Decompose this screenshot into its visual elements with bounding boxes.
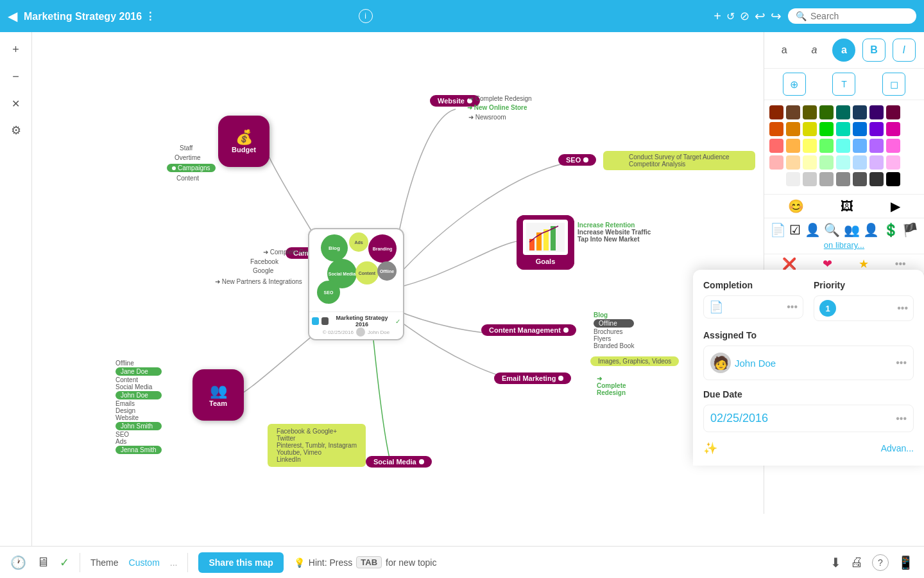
completion-value[interactable]: 📄 ••• (703, 295, 803, 319)
color-swatch[interactable] (819, 172, 834, 186)
color-swatch[interactable] (886, 122, 900, 136)
color-swatch[interactable] (786, 105, 800, 119)
refresh-button[interactable]: ↺ (726, 10, 735, 22)
font-normal-button[interactable]: a (773, 39, 796, 62)
advanced-button[interactable]: Advan... (881, 443, 914, 453)
emoji-button[interactable]: 😊 (788, 198, 804, 214)
priority-dots[interactable]: ••• (897, 302, 908, 314)
color-swatch[interactable] (886, 172, 900, 186)
font-italic-button[interactable]: a (803, 39, 826, 62)
color-swatch[interactable] (853, 139, 867, 153)
color-swatch[interactable] (836, 122, 850, 136)
color-swatch[interactable] (769, 172, 783, 186)
device-button[interactable]: 📱 (898, 555, 914, 570)
connect-button[interactable]: ✕ (5, 92, 27, 114)
print-button[interactable]: 🖨 (850, 555, 863, 570)
font-B-button[interactable]: B (862, 39, 886, 62)
font-I-button[interactable]: I (893, 39, 916, 62)
doc-icon[interactable]: 📄 (770, 222, 786, 238)
browse-library-link[interactable]: on library... (824, 240, 864, 250)
search-icon[interactable]: 🔍 (824, 222, 840, 238)
share-map-button[interactable]: Share this map (198, 552, 283, 573)
content-mgmt-node[interactable]: Content Management Blog Offline Brochure… (481, 324, 576, 336)
color-swatch[interactable] (886, 155, 900, 170)
color-swatch[interactable] (769, 122, 783, 136)
color-swatch[interactable] (869, 155, 884, 170)
color-swatch[interactable] (819, 155, 834, 170)
color-swatch[interactable] (769, 155, 783, 170)
search-input[interactable] (810, 11, 909, 21)
color-swatch[interactable] (836, 155, 850, 170)
zoom-out-button[interactable]: − (5, 66, 27, 87)
color-swatch[interactable] (786, 139, 800, 153)
video-button[interactable]: ▶ (891, 198, 900, 214)
color-swatch[interactable] (786, 172, 800, 186)
seo-node[interactable]: SEO Conduct Survey of Target Audience Co… (558, 154, 596, 166)
back-button[interactable]: ◀ (8, 8, 17, 24)
block-button[interactable]: ⊘ (740, 9, 749, 23)
image-button[interactable]: 🖼 (841, 199, 853, 214)
redo-button[interactable]: ↪ (771, 8, 782, 24)
color-swatch[interactable] (769, 139, 783, 153)
email-marketing-node[interactable]: Email Marketing ➜ Complete Redesign (494, 372, 571, 384)
text-icon-button[interactable]: T (832, 73, 855, 96)
help-button[interactable]: ? (872, 554, 889, 571)
color-swatch[interactable] (803, 155, 817, 170)
font-bold-button[interactable]: a (832, 39, 855, 62)
color-swatch[interactable] (803, 172, 817, 186)
star-icon[interactable]: ★ (859, 257, 869, 271)
color-swatch[interactable] (853, 155, 867, 170)
bubble-icon-button[interactable]: ⊕ (783, 73, 806, 96)
priority-value[interactable]: 1 ••• (814, 295, 914, 321)
more-icon[interactable]: ••• (895, 258, 906, 270)
dollar-icon[interactable]: 💲 (883, 222, 899, 238)
color-swatch[interactable] (803, 139, 817, 153)
heart-icon[interactable]: ❤ (823, 257, 832, 271)
due-date-dots[interactable]: ••• (896, 413, 907, 425)
color-swatch[interactable] (853, 122, 867, 136)
team-node[interactable]: 👥 Team (193, 369, 244, 421)
settings-button[interactable]: ⚙ (5, 119, 27, 141)
history-button[interactable]: 🕐 (10, 555, 26, 570)
avatar-icon[interactable]: 👥 (844, 222, 860, 238)
color-swatch[interactable] (803, 122, 817, 136)
shape-icon-button[interactable]: ◻ (882, 73, 905, 96)
close-red-icon[interactable]: ❌ (782, 257, 796, 271)
person-icon[interactable]: 👤 (805, 222, 821, 238)
search-box[interactable]: 🔍 (788, 8, 916, 24)
add-button[interactable]: + (714, 9, 721, 24)
color-swatch[interactable] (786, 155, 800, 170)
color-swatch[interactable] (836, 172, 850, 186)
color-swatch[interactable] (786, 122, 800, 136)
color-swatch[interactable] (869, 139, 884, 153)
color-swatch[interactable] (869, 172, 884, 186)
wand-button[interactable]: ✨ (703, 441, 717, 455)
color-swatch[interactable] (853, 105, 867, 119)
check-icon[interactable]: ☑ (789, 222, 801, 238)
color-swatch[interactable] (819, 122, 834, 136)
flag-icon[interactable]: 🏴 (902, 222, 918, 238)
info-button[interactable]: i (359, 9, 373, 23)
undo-button[interactable]: ↩ (755, 8, 766, 24)
color-swatch[interactable] (836, 105, 850, 119)
theme-custom-button[interactable]: Custom (129, 557, 160, 568)
color-swatch[interactable] (886, 105, 900, 119)
central-node[interactable]: Blog Ads Brand­ing Social Media Con­tent… (308, 228, 404, 340)
due-date-value[interactable]: 02/25/2016 ••• (703, 405, 914, 432)
assigned-dots[interactable]: ••• (896, 357, 907, 369)
goals-node[interactable]: Goals Increase Retention Increase Websit… (517, 215, 574, 270)
color-swatch[interactable] (819, 105, 834, 119)
download-button[interactable]: ⬇ (830, 555, 841, 570)
color-swatch[interactable] (769, 105, 783, 119)
zoom-in-button[interactable]: + (5, 39, 27, 60)
color-swatch[interactable] (836, 139, 850, 153)
social-media-node[interactable]: Social Media Facebook & Google+ Twitter … (366, 456, 432, 468)
color-swatch[interactable] (869, 105, 884, 119)
color-swatch[interactable] (886, 139, 900, 153)
check-button[interactable]: ✓ (60, 556, 69, 570)
theme-dots-button[interactable]: ... (170, 557, 178, 568)
assigned-value[interactable]: 🧑 John Doe ••• (703, 346, 914, 380)
screen-button[interactable]: 🖥 (37, 555, 49, 570)
color-swatch[interactable] (819, 139, 834, 153)
color-swatch[interactable] (853, 172, 867, 186)
